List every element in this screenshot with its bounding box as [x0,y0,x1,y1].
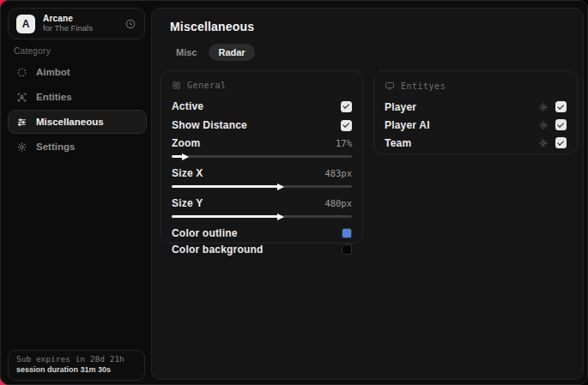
entity-label: Player [385,101,416,113]
slider-thumb[interactable] [277,214,284,220]
entities-panel: Entityes Player P [373,70,578,154]
refresh-icon[interactable] [124,18,136,30]
sidebar-item-aimbot[interactable]: Aimbot [8,60,147,84]
check-icon [557,121,564,128]
size-x-slider[interactable] [172,185,352,188]
entities-panel-title: Entityes [401,81,446,91]
slider-label: Size X [172,167,203,179]
sidebar-nav: Aimbot Entities [8,60,147,159]
check-icon [342,121,349,128]
page-title: Miscellaneous [170,20,254,33]
toggle-label: Active [172,100,203,112]
color-outline-swatch[interactable] [342,228,352,238]
tab-radar[interactable]: Radar [209,44,254,61]
tab-bar: Misc Radar [167,44,255,61]
slider-value: 17% [336,138,352,148]
color-background-row: Color background [172,241,352,257]
slider-thumb[interactable] [277,183,284,190]
monitor-icon [385,81,395,91]
color-label: Color background [172,244,264,256]
slider-value: 483px [324,168,352,178]
entities-panel-header: Entityes [385,81,567,91]
app-subtitle: for The Finals [43,24,93,33]
size-x-slider-group: Size X 483px [172,165,352,188]
slider-label: Size Y [172,197,203,209]
entity-label: Player AI [385,119,430,131]
entity-row-player: Player [385,98,567,116]
zoom-slider-group: Zoom 17% [172,135,352,158]
avatar: A [16,15,35,33]
player-ai-checkbox[interactable] [555,119,567,130]
zoom-slider[interactable] [172,155,352,158]
show-distance-checkbox[interactable] [341,120,352,131]
team-checkbox[interactable] [555,137,567,148]
slider-thumb[interactable] [182,153,189,160]
general-panel-title: General [187,81,227,90]
check-icon [557,103,564,110]
entity-row-player-ai: Player AI [385,116,567,134]
sidebar: A Arcane for The Finals Category [1,1,151,384]
sidebar-item-settings[interactable]: Settings [8,135,147,159]
category-label: Category [14,46,51,56]
toggle-label: Show Distance [172,119,247,131]
person-scan-icon [16,92,27,103]
active-checkbox[interactable] [341,101,352,112]
sidebar-item-label: Miscellaneous [36,117,104,127]
slider-label: Zoom [172,137,200,149]
check-icon [342,102,349,109]
general-panel: General Active Show Distance Zoom 17% [161,70,363,244]
app-header-card: A Arcane for The Finals [8,8,145,39]
color-label: Color outline [172,227,238,239]
toggle-row-active: Active [172,97,352,116]
entity-label: Team [385,137,411,149]
main-content: Miscellaneous Misc Radar General [151,8,584,380]
app-titles: Arcane for The Finals [43,14,93,33]
color-outline-row: Color outline [172,225,352,241]
sidebar-item-label: Settings [36,141,75,152]
check-icon [557,139,564,146]
general-panel-header: General [172,81,352,90]
subscription-card: Sub expires in 28d 21h session duration … [8,350,145,381]
sidebar-item-label: Entities [36,92,72,102]
size-y-slider-group: Size Y 480px [172,195,352,218]
sidebar-item-miscellaneous[interactable]: Miscellaneous [8,110,147,134]
app-window: A Arcane for The Finals Category [0,0,588,385]
sidebar-item-entities[interactable]: Entities [8,85,147,109]
toggle-row-show-distance: Show Distance [172,116,352,135]
desktop-stage: A Arcane for The Finals Category [0,0,588,385]
slider-value: 480px [324,198,352,208]
entity-row-team: Team [385,134,567,152]
player-checkbox[interactable] [555,101,567,112]
tab-misc[interactable]: Misc [167,44,206,61]
entity-settings-gear-icon[interactable] [538,138,549,148]
crosshair-icon [16,67,27,78]
size-y-slider[interactable] [172,215,352,218]
entity-settings-gear-icon[interactable] [538,102,549,112]
sidebar-item-label: Aimbot [36,67,70,77]
sub-expiry-text: Sub expires in 28d 21h [16,354,136,364]
color-background-swatch[interactable] [342,244,352,255]
grid-icon [172,81,181,90]
sliders-icon [16,117,27,128]
session-duration-text: session duration 31m 30s [16,365,136,374]
gear-icon [16,141,27,153]
entity-settings-gear-icon[interactable] [538,120,549,130]
